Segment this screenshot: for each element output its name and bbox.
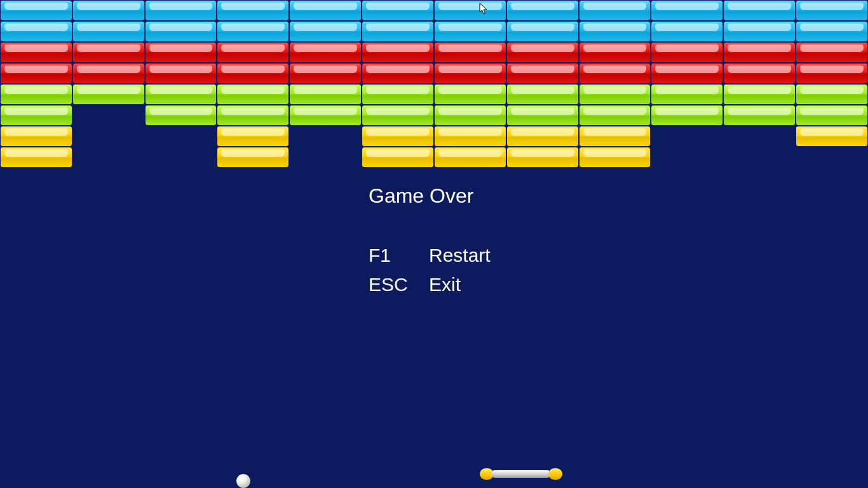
brick xyxy=(651,0,723,21)
brick xyxy=(0,42,72,63)
brick xyxy=(362,0,434,21)
brick xyxy=(362,63,434,84)
brick xyxy=(0,21,72,42)
brick xyxy=(434,21,506,42)
brick xyxy=(434,147,506,168)
brick xyxy=(0,126,72,147)
brick xyxy=(289,21,362,42)
brick xyxy=(145,0,217,21)
brick xyxy=(434,126,506,147)
option-action: Restart xyxy=(429,245,491,266)
brick xyxy=(72,21,145,42)
brick xyxy=(796,21,868,42)
brick xyxy=(434,105,506,126)
brick xyxy=(723,84,796,105)
brick xyxy=(217,63,289,84)
option-row[interactable]: ESCExit xyxy=(369,270,491,299)
brick xyxy=(579,84,651,105)
brick xyxy=(289,84,362,105)
brick xyxy=(217,21,289,42)
brick xyxy=(506,42,579,63)
brick xyxy=(651,42,723,63)
brick xyxy=(72,84,145,105)
brick xyxy=(434,42,506,63)
brick xyxy=(723,0,796,21)
brick xyxy=(723,105,796,126)
brick xyxy=(0,84,72,105)
brick xyxy=(506,0,579,21)
brick xyxy=(217,84,289,105)
brick xyxy=(72,42,145,63)
brick xyxy=(579,63,651,84)
brick xyxy=(506,63,579,84)
game-area[interactable]: Game Over F1RestartESCExit xyxy=(0,0,868,488)
brick xyxy=(651,63,723,84)
brick xyxy=(145,21,217,42)
brick xyxy=(217,0,289,21)
option-row[interactable]: F1Restart xyxy=(369,241,491,270)
brick xyxy=(0,63,72,84)
brick xyxy=(0,0,72,21)
brick xyxy=(72,63,145,84)
brick xyxy=(579,105,651,126)
brick xyxy=(362,84,434,105)
game-over-overlay: Game Over F1RestartESCExit xyxy=(369,184,491,299)
ball xyxy=(236,474,250,488)
brick xyxy=(506,21,579,42)
brick xyxy=(434,63,506,84)
brick xyxy=(579,42,651,63)
brick xyxy=(579,147,651,168)
brick xyxy=(506,147,579,168)
option-key: ESC xyxy=(369,270,429,299)
brick xyxy=(651,105,723,126)
paddle-bar xyxy=(491,470,551,478)
brick xyxy=(217,105,289,126)
brick xyxy=(217,147,289,168)
brick xyxy=(651,21,723,42)
brick xyxy=(506,126,579,147)
brick xyxy=(796,63,868,84)
brick xyxy=(0,147,72,168)
game-over-title: Game Over xyxy=(369,184,491,208)
brick xyxy=(145,105,217,126)
brick xyxy=(362,147,434,168)
brick xyxy=(651,84,723,105)
brick xyxy=(796,0,868,21)
brick xyxy=(723,63,796,84)
brick xyxy=(362,21,434,42)
paddle-cap-right xyxy=(548,468,562,480)
options-list: F1RestartESCExit xyxy=(369,241,491,299)
brick xyxy=(579,126,651,147)
brick xyxy=(434,84,506,105)
brick xyxy=(434,0,506,21)
brick xyxy=(362,126,434,147)
brick xyxy=(796,42,868,63)
brick xyxy=(145,63,217,84)
brick xyxy=(362,42,434,63)
brick xyxy=(289,105,362,126)
brick xyxy=(796,105,868,126)
brick xyxy=(145,42,217,63)
brick xyxy=(362,105,434,126)
brick xyxy=(289,42,362,63)
brick xyxy=(579,21,651,42)
brick xyxy=(72,0,145,21)
brick xyxy=(145,84,217,105)
brick xyxy=(289,0,362,21)
brick xyxy=(289,63,362,84)
brick xyxy=(217,126,289,147)
brick xyxy=(0,105,72,126)
brick xyxy=(217,42,289,63)
option-action: Exit xyxy=(429,274,461,295)
paddle[interactable] xyxy=(480,468,562,480)
brick xyxy=(796,84,868,105)
brick xyxy=(579,0,651,21)
brick xyxy=(506,105,579,126)
brick xyxy=(506,84,579,105)
brick xyxy=(796,126,868,147)
brick xyxy=(723,42,796,63)
brick xyxy=(723,21,796,42)
option-key: F1 xyxy=(369,241,429,270)
